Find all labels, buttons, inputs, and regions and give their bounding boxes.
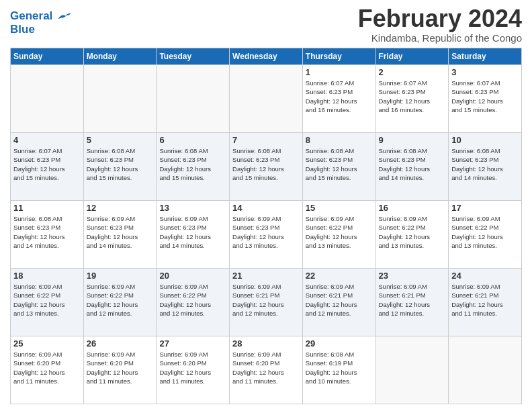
day-number: 4 [13,135,81,145]
calendar-day-cell: 7Sunrise: 6:08 AM Sunset: 6:23 PM Daylig… [230,133,303,201]
day-info: Sunrise: 6:09 AM Sunset: 6:23 PM Dayligh… [159,214,226,250]
day-info: Sunrise: 6:09 AM Sunset: 6:21 PM Dayligh… [451,282,519,318]
calendar-header-friday: Friday [375,48,449,65]
day-number: 7 [232,135,300,145]
day-number: 29 [306,338,373,349]
calendar-day-cell: 10Sunrise: 6:08 AM Sunset: 6:23 PM Dayli… [449,133,522,201]
day-number: 5 [87,135,154,145]
day-info: Sunrise: 6:08 AM Sunset: 6:23 PM Dayligh… [451,146,519,182]
calendar-day-cell: 12Sunrise: 6:09 AM Sunset: 6:23 PM Dayli… [83,201,157,269]
logo: General Blue [10,9,72,36]
location-subtitle: Kindamba, Republic of the Congo [358,32,522,44]
day-info: Sunrise: 6:09 AM Sunset: 6:20 PM Dayligh… [87,350,154,385]
calendar-header-sunday: Sunday [11,48,84,65]
calendar-day-cell: 4Sunrise: 6:07 AM Sunset: 6:23 PM Daylig… [11,133,84,201]
day-info: Sunrise: 6:07 AM Sunset: 6:23 PM Dayligh… [379,79,446,114]
day-number: 22 [306,271,373,281]
calendar-day-cell [449,336,522,404]
calendar-day-cell: 16Sunrise: 6:09 AM Sunset: 6:22 PM Dayli… [375,201,449,269]
calendar-week-row: 1Sunrise: 6:07 AM Sunset: 6:23 PM Daylig… [11,65,522,133]
day-info: Sunrise: 6:09 AM Sunset: 6:22 PM Dayligh… [379,214,446,250]
day-number: 6 [159,135,226,145]
day-number: 16 [379,203,446,213]
day-info: Sunrise: 6:08 AM Sunset: 6:23 PM Dayligh… [379,146,446,182]
calendar-day-cell: 24Sunrise: 6:09 AM Sunset: 6:21 PM Dayli… [449,269,522,336]
header: General Blue February 2024 Kindamba, Rep… [10,7,522,44]
calendar-day-cell: 21Sunrise: 6:09 AM Sunset: 6:21 PM Dayli… [230,269,303,336]
day-info: Sunrise: 6:09 AM Sunset: 6:23 PM Dayligh… [87,214,154,250]
calendar-day-cell: 29Sunrise: 6:08 AM Sunset: 6:19 PM Dayli… [302,336,375,404]
calendar-day-cell [230,65,303,133]
calendar-day-cell: 13Sunrise: 6:09 AM Sunset: 6:23 PM Dayli… [157,201,230,269]
day-number: 27 [159,338,226,349]
calendar-day-cell: 1Sunrise: 6:07 AM Sunset: 6:23 PM Daylig… [302,65,375,133]
day-info: Sunrise: 6:08 AM Sunset: 6:19 PM Dayligh… [306,350,373,385]
day-info: Sunrise: 6:08 AM Sunset: 6:23 PM Dayligh… [306,146,373,182]
calendar-week-row: 25Sunrise: 6:09 AM Sunset: 6:20 PM Dayli… [11,336,522,404]
day-number: 25 [13,338,81,349]
calendar-header-wednesday: Wednesday [230,48,303,65]
day-number: 24 [451,271,519,281]
logo-text-blue: Blue [10,23,72,36]
day-number: 13 [159,203,226,213]
day-number: 15 [306,203,373,213]
calendar-day-cell: 27Sunrise: 6:09 AM Sunset: 6:20 PM Dayli… [157,336,230,404]
calendar-day-cell [375,336,449,404]
calendar-day-cell: 3Sunrise: 6:07 AM Sunset: 6:23 PM Daylig… [449,65,522,133]
month-year-title: February 2024 [358,7,522,31]
day-info: Sunrise: 6:07 AM Sunset: 6:23 PM Dayligh… [451,79,519,114]
calendar-week-row: 18Sunrise: 6:09 AM Sunset: 6:22 PM Dayli… [11,269,522,336]
day-number: 12 [87,203,154,213]
calendar-header-saturday: Saturday [449,48,522,65]
calendar-table: SundayMondayTuesdayWednesdayThursdayFrid… [10,48,522,404]
calendar-day-cell [157,65,230,133]
day-info: Sunrise: 6:07 AM Sunset: 6:23 PM Dayligh… [306,79,373,114]
day-info: Sunrise: 6:09 AM Sunset: 6:23 PM Dayligh… [232,214,300,250]
day-number: 1 [306,67,373,77]
day-info: Sunrise: 6:09 AM Sunset: 6:22 PM Dayligh… [87,282,154,318]
calendar-day-cell: 8Sunrise: 6:08 AM Sunset: 6:23 PM Daylig… [302,133,375,201]
calendar-day-cell [11,65,84,133]
day-info: Sunrise: 6:08 AM Sunset: 6:23 PM Dayligh… [13,214,81,250]
day-info: Sunrise: 6:08 AM Sunset: 6:23 PM Dayligh… [159,146,226,182]
day-info: Sunrise: 6:09 AM Sunset: 6:21 PM Dayligh… [232,282,300,318]
calendar-week-row: 4Sunrise: 6:07 AM Sunset: 6:23 PM Daylig… [11,133,522,201]
calendar-day-cell: 14Sunrise: 6:09 AM Sunset: 6:23 PM Dayli… [230,201,303,269]
calendar-day-cell: 15Sunrise: 6:09 AM Sunset: 6:22 PM Dayli… [302,201,375,269]
day-number: 23 [379,271,446,281]
title-section: February 2024 Kindamba, Republic of the … [358,7,522,44]
calendar-day-cell: 18Sunrise: 6:09 AM Sunset: 6:22 PM Dayli… [11,269,84,336]
day-number: 2 [379,67,446,77]
calendar-day-cell: 11Sunrise: 6:08 AM Sunset: 6:23 PM Dayli… [11,201,84,269]
day-number: 26 [87,338,154,349]
day-number: 9 [379,135,446,145]
day-info: Sunrise: 6:09 AM Sunset: 6:21 PM Dayligh… [306,282,373,318]
day-number: 10 [451,135,519,145]
calendar-header-monday: Monday [83,48,157,65]
calendar-day-cell: 9Sunrise: 6:08 AM Sunset: 6:23 PM Daylig… [375,133,449,201]
logo-text-general: General [10,9,52,22]
day-info: Sunrise: 6:09 AM Sunset: 6:20 PM Dayligh… [159,350,226,385]
day-info: Sunrise: 6:09 AM Sunset: 6:20 PM Dayligh… [232,350,300,385]
calendar-day-cell: 23Sunrise: 6:09 AM Sunset: 6:21 PM Dayli… [375,269,449,336]
day-number: 19 [87,271,154,281]
day-number: 20 [159,271,226,281]
page: General Blue February 2024 Kindamba, Rep… [0,0,532,411]
day-info: Sunrise: 6:09 AM Sunset: 6:20 PM Dayligh… [13,350,81,385]
day-number: 11 [13,203,81,213]
day-info: Sunrise: 6:08 AM Sunset: 6:23 PM Dayligh… [87,146,154,182]
day-number: 28 [232,338,300,349]
calendar-day-cell: 6Sunrise: 6:08 AM Sunset: 6:23 PM Daylig… [157,133,230,201]
day-number: 8 [306,135,373,145]
day-info: Sunrise: 6:09 AM Sunset: 6:21 PM Dayligh… [379,282,446,318]
day-number: 17 [451,203,519,213]
day-info: Sunrise: 6:09 AM Sunset: 6:22 PM Dayligh… [451,214,519,250]
calendar-week-row: 11Sunrise: 6:08 AM Sunset: 6:23 PM Dayli… [11,201,522,269]
day-info: Sunrise: 6:08 AM Sunset: 6:23 PM Dayligh… [232,146,300,182]
calendar-day-cell: 17Sunrise: 6:09 AM Sunset: 6:22 PM Dayli… [449,201,522,269]
day-info: Sunrise: 6:09 AM Sunset: 6:22 PM Dayligh… [159,282,226,318]
calendar-header-thursday: Thursday [302,48,375,65]
calendar-day-cell: 26Sunrise: 6:09 AM Sunset: 6:20 PM Dayli… [83,336,157,404]
day-number: 18 [13,271,81,281]
calendar-day-cell: 20Sunrise: 6:09 AM Sunset: 6:22 PM Dayli… [157,269,230,336]
